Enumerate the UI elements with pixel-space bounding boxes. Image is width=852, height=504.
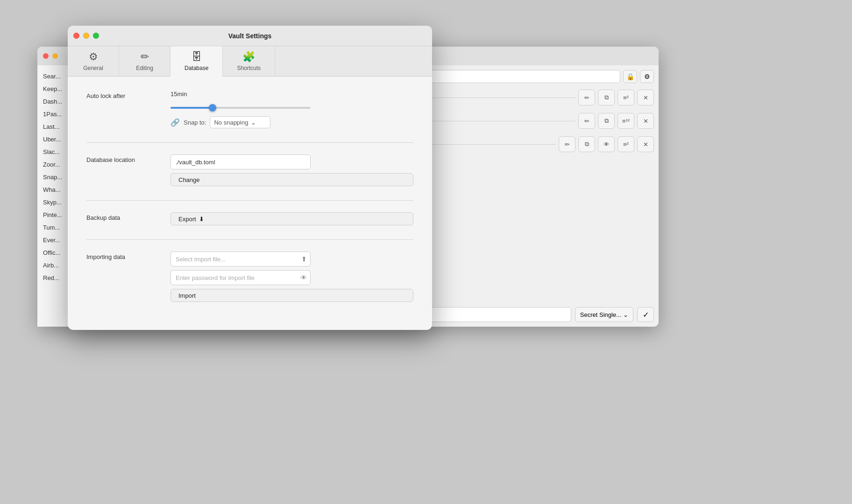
divider-3: [86, 239, 413, 240]
divider-1: [86, 142, 413, 143]
snap-select[interactable]: No snapping ⌄: [210, 116, 270, 128]
auto-lock-label: Auto lock after: [86, 91, 161, 99]
slider-value: 15min: [170, 91, 413, 98]
shortcuts-icon: 🧩: [242, 51, 255, 63]
slider-fill: [170, 107, 213, 109]
chevron-down-icon: ⌄: [623, 311, 628, 318]
edit-btn-1[interactable]: ✏: [578, 90, 595, 105]
backup-label: Backup data: [86, 212, 161, 221]
modal-titlebar: Vault Settings: [68, 26, 432, 46]
bg-secret-dropdown[interactable]: Secret Single... ⌄: [575, 307, 633, 322]
select-file-input[interactable]: Select import file...: [170, 252, 311, 266]
secret-dropdown-label: Secret Single...: [580, 311, 621, 318]
import-label: Importing data: [86, 252, 161, 260]
tab-database[interactable]: 🗄 Database: [170, 46, 223, 77]
snap-label: Snap to:: [184, 119, 206, 126]
db-location-label: Database location: [86, 154, 161, 163]
backup-row: Backup data Export ⬇: [86, 212, 413, 225]
doc-btn-2[interactable]: ≡¹²: [618, 113, 634, 129]
general-icon: ⚙: [89, 51, 98, 63]
snap-chevron-icon: ⌄: [251, 119, 256, 126]
snap-icon: 🔗: [170, 118, 180, 127]
slider-track: [170, 107, 311, 109]
copy-btn-3[interactable]: ⧉: [578, 136, 595, 152]
bg-lock-icon: 🔒: [623, 70, 637, 83]
divider-2: [86, 200, 413, 201]
database-icon: 🗄: [192, 51, 202, 63]
copy-btn-2[interactable]: ⧉: [598, 113, 615, 129]
change-button[interactable]: Change: [170, 173, 413, 186]
upload-icon: ⬆: [301, 255, 307, 263]
tab-database-label: Database: [185, 65, 208, 71]
export-label: Export: [178, 216, 196, 223]
tab-shortcuts-label: Shortcuts: [237, 65, 261, 71]
import-controls: Select import file... ⬆ Enter password f…: [170, 252, 413, 302]
auto-lock-row: Auto lock after 15min 🔗 Snap to: No snap…: [86, 91, 413, 128]
modal-content: Auto lock after 15min 🔗 Snap to: No snap…: [68, 77, 432, 330]
import-password-input[interactable]: Enter password for import file: [170, 270, 311, 285]
snap-row: 🔗 Snap to: No snapping ⌄: [170, 116, 413, 128]
close-btn-2[interactable]: ✕: [637, 113, 654, 129]
password-container: Enter password for import file 👁: [170, 270, 311, 285]
bg-check-button[interactable]: ✓: [637, 307, 654, 322]
bg-yellow-dot: [52, 53, 58, 59]
db-location-row: Database location ./vault_db.toml Change: [86, 154, 413, 186]
edit-btn-2[interactable]: ✏: [578, 113, 595, 129]
close-btn-1[interactable]: ✕: [637, 90, 654, 105]
bg-red-dot: [43, 53, 49, 59]
copy-btn-1[interactable]: ⧉: [598, 90, 615, 105]
close-btn-3[interactable]: ✕: [637, 136, 654, 152]
auto-lock-slider[interactable]: [170, 103, 311, 112]
eye-icon[interactable]: 👁: [300, 274, 307, 281]
import-button[interactable]: Import: [170, 289, 413, 302]
traffic-lights: [73, 33, 99, 39]
snap-selected-label: No snapping: [214, 119, 248, 126]
select-file-placeholder: Select import file...: [176, 256, 226, 263]
maximize-button[interactable]: [93, 33, 99, 39]
db-location-input[interactable]: ./vault_db.toml: [170, 154, 311, 169]
slider-thumb[interactable]: [209, 104, 216, 112]
tab-editing-label: Editing: [136, 65, 153, 71]
tab-general[interactable]: ⚙ General: [68, 46, 119, 76]
eye-btn-3[interactable]: 👁: [598, 136, 615, 152]
doc-btn-3[interactable]: ≡²: [618, 136, 634, 152]
tab-editing[interactable]: ✏ Editing: [119, 46, 170, 76]
auto-lock-controls: 15min 🔗 Snap to: No snapping ⌄: [170, 91, 413, 128]
select-file-container: Select import file... ⬆: [170, 252, 311, 266]
vault-settings-modal: Vault Settings ⚙ General ✏ Editing 🗄 Dat…: [68, 26, 432, 330]
close-button[interactable]: [73, 33, 79, 39]
tab-general-label: General: [83, 65, 103, 71]
tab-shortcuts[interactable]: 🧩 Shortcuts: [223, 46, 275, 76]
password-placeholder: Enter password for import file: [176, 274, 255, 281]
edit-btn-3[interactable]: ✏: [559, 136, 575, 152]
export-button[interactable]: Export ⬇: [170, 212, 413, 225]
modal-title: Vault Settings: [228, 32, 272, 40]
db-location-controls: ./vault_db.toml Change: [170, 154, 413, 186]
import-row: Importing data Select import file... ⬆ E…: [86, 252, 413, 302]
minimize-button[interactable]: [83, 33, 89, 39]
doc-btn-1[interactable]: ≡²: [618, 90, 634, 105]
db-path-value: ./vault_db.toml: [176, 159, 215, 166]
export-icon: ⬇: [199, 216, 204, 223]
bg-settings-icon: ⚙: [640, 70, 654, 83]
settings-tabs: ⚙ General ✏ Editing 🗄 Database 🧩 Shortcu…: [68, 46, 432, 77]
backup-controls: Export ⬇: [170, 212, 413, 225]
editing-icon: ✏: [141, 51, 149, 63]
